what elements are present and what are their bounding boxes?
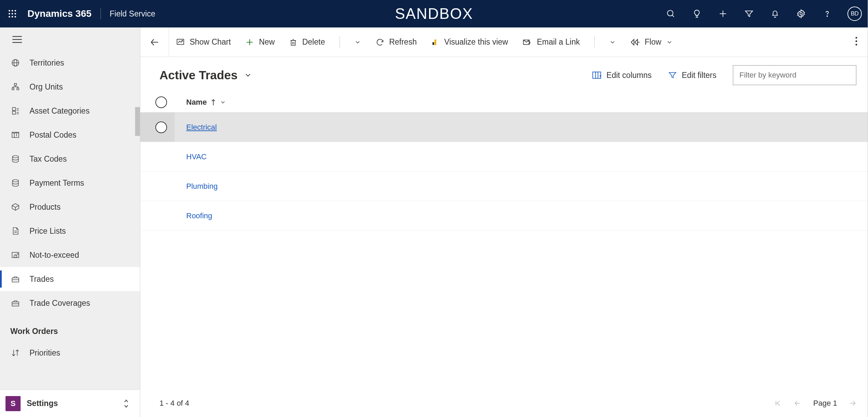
app-launcher-icon[interactable] [5, 6, 20, 21]
nav-item-not-to-exceed[interactable]: Not-to-exceed [0, 243, 140, 267]
pager-first-icon[interactable] [774, 399, 782, 407]
nav-item-price-lists[interactable]: Price Lists [0, 219, 140, 243]
nav-item-label: Postal Codes [29, 130, 76, 140]
nav-item-label: Products [29, 202, 61, 212]
record-link[interactable]: Plumbing [186, 182, 218, 190]
record-link[interactable]: Electrical [186, 123, 217, 131]
cmd-refresh[interactable]: Refresh [376, 37, 417, 47]
main-content: Show Chart New Delete Refresh [140, 27, 868, 417]
edit-filters-button[interactable]: Edit filters [668, 71, 716, 80]
nav-item-label: Trade Coverages [29, 299, 90, 308]
user-avatar[interactable]: BD [847, 7, 862, 21]
column-header-name[interactable]: Name [186, 98, 226, 107]
app-title[interactable]: Dynamics 365 [27, 8, 92, 19]
cell-name: Plumbing [186, 182, 218, 191]
nav-item-postal-codes[interactable]: Postal Codes [0, 123, 140, 147]
cmd-visualize-label: Visualize this view [444, 37, 508, 47]
nav-item-label: Tax Codes [29, 154, 67, 164]
sidebar-scrollbar[interactable] [135, 107, 140, 136]
add-icon[interactable] [717, 8, 729, 20]
edit-columns-label: Edit columns [606, 71, 652, 80]
svg-rect-61 [435, 39, 436, 45]
select-all-checkbox[interactable] [155, 96, 167, 108]
bell-icon[interactable] [769, 8, 781, 20]
cmd-divider [340, 36, 340, 48]
area-badge: S [5, 396, 21, 411]
nav-item-territories[interactable]: Territories [0, 51, 140, 75]
svg-line-44 [15, 255, 16, 256]
nav-item-payment-terms[interactable]: Payment Terms [0, 171, 140, 195]
cmd-flow-dropdown[interactable] [666, 39, 673, 46]
table-row[interactable]: Electrical [140, 113, 868, 142]
gear-icon[interactable] [795, 8, 807, 20]
grid-footer: 1 - 4 of 4 Page 1 [140, 390, 868, 417]
view-selector[interactable]: Active Trades [159, 68, 252, 82]
cmd-delete-dropdown[interactable] [354, 39, 361, 46]
doc-icon [10, 227, 21, 235]
nav-collapse-icon[interactable] [11, 34, 23, 45]
nav-item-trade-coverages[interactable]: Trade Coverages [0, 291, 140, 315]
help-icon[interactable] [821, 8, 833, 20]
area-switcher[interactable]: S Settings [0, 390, 140, 417]
record-link[interactable]: HVAC [186, 152, 207, 161]
svg-point-9 [667, 10, 673, 16]
nav-item-org-units[interactable]: Org Units [0, 75, 140, 99]
cmd-email[interactable]: Email a Link [522, 37, 580, 47]
table-row[interactable]: HVAC [140, 142, 868, 172]
column-name-label: Name [186, 98, 207, 107]
edit-columns-button[interactable]: Edit columns [592, 71, 652, 80]
cmd-flow[interactable]: Flow [630, 37, 662, 47]
nav-item-label: Asset Categories [29, 106, 90, 116]
pager: Page 1 [774, 399, 857, 408]
filter-icon[interactable] [743, 8, 755, 20]
svg-point-0 [9, 10, 10, 12]
nav-item-label: Price Lists [29, 227, 66, 236]
nav-item-trades[interactable]: Trades [0, 267, 140, 291]
toolbox-icon [10, 299, 21, 308]
pager-prev-icon[interactable] [793, 399, 801, 407]
chevron-down-icon [244, 71, 252, 79]
cmd-flow-label: Flow [645, 37, 662, 47]
cmd-visualize[interactable]: Visualize this view [431, 37, 508, 47]
cmd-divider-2 [594, 36, 595, 48]
view-header: Active Trades Edit columns Edit filters [140, 57, 868, 92]
svg-point-14 [827, 16, 828, 16]
nav-item-priorities[interactable]: Priorities [0, 341, 140, 365]
grid-body: ElectricalHVACPlumbingRoofing [140, 113, 868, 390]
nav-item-asset-categories[interactable]: Asset Categories [0, 99, 140, 123]
cell-name: Roofing [186, 211, 212, 220]
back-button[interactable] [140, 27, 169, 57]
table-row[interactable]: Roofing [140, 201, 868, 231]
globe-icon [10, 58, 21, 67]
box-icon [10, 202, 21, 211]
svg-rect-42 [12, 252, 19, 257]
nav-item-tax-codes[interactable]: Tax Codes [0, 147, 140, 171]
cmd-delete-label: Delete [302, 37, 325, 47]
module-name[interactable]: Field Service [110, 9, 155, 19]
keyword-filter-input[interactable] [739, 71, 850, 80]
table-row[interactable]: Plumbing [140, 172, 868, 201]
avatar-initials: BD [851, 10, 859, 17]
search-icon[interactable] [665, 8, 677, 20]
svg-point-68 [856, 44, 857, 46]
cmd-delete[interactable]: Delete [289, 37, 325, 47]
cmd-new-label: New [259, 37, 275, 47]
svg-point-37 [12, 155, 18, 158]
cmd-overflow-icon[interactable] [845, 36, 868, 48]
svg-rect-62 [432, 42, 434, 45]
record-link[interactable]: Roofing [186, 211, 212, 220]
keyword-filter[interactable] [733, 65, 856, 85]
section-work-orders: Work Orders [0, 315, 140, 336]
cmd-show-chart[interactable]: Show Chart [176, 37, 231, 47]
lightbulb-icon[interactable] [691, 8, 703, 20]
map-icon [10, 130, 21, 139]
cmd-email-dropdown[interactable] [609, 39, 616, 46]
svg-point-66 [856, 37, 857, 39]
area-updown-icon[interactable] [121, 399, 131, 408]
row-select-checkbox[interactable] [155, 121, 167, 133]
cmd-new[interactable]: New [245, 37, 275, 47]
pager-next-icon[interactable] [849, 399, 857, 407]
svg-point-4 [12, 13, 13, 15]
svg-point-6 [9, 16, 10, 18]
nav-item-products[interactable]: Products [0, 195, 140, 219]
